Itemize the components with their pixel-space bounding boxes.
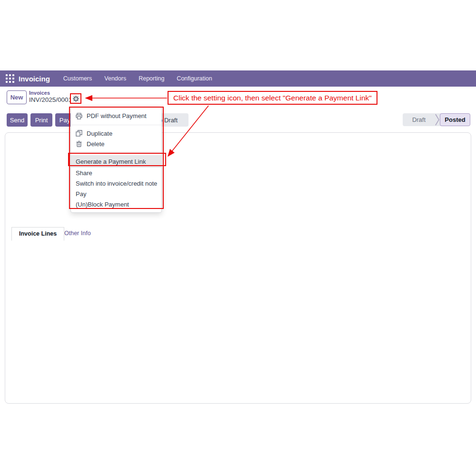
tab-invoice-lines[interactable]: Invoice Lines: [11, 227, 64, 241]
menu-item-unblock-payment[interactable]: (Un)Block Payment: [71, 199, 161, 209]
menu-divider: [71, 125, 161, 125]
nav-item-configuration[interactable]: Configuration: [177, 75, 212, 82]
status-step-posted[interactable]: Posted: [440, 113, 470, 126]
top-navbar: Invoicing Customers Vendors Reporting Co…: [0, 70, 476, 87]
nav-item-vendors[interactable]: Vendors: [104, 75, 126, 82]
apps-grid-icon[interactable]: [6, 74, 14, 83]
app-title[interactable]: Invoicing: [19, 75, 50, 83]
menu-item-switch-invoice-credit-note[interactable]: Switch into invoice/credit note: [71, 178, 161, 188]
new-button[interactable]: New: [7, 90, 27, 104]
trash-icon: [76, 140, 82, 147]
nav-item-reporting[interactable]: Reporting: [139, 75, 164, 82]
menu-item-delete[interactable]: Delete: [71, 139, 161, 149]
menu-item-share[interactable]: Share: [71, 168, 161, 178]
menu-item-duplicate[interactable]: Duplicate: [71, 128, 161, 139]
screen: Invoicing Customers Vendors Reporting Co…: [0, 0, 476, 476]
breadcrumb-parent[interactable]: Invoices: [29, 90, 50, 96]
menu-item-generate-payment-link[interactable]: Generate a Payment Link: [71, 155, 161, 168]
nav-item-customers[interactable]: Customers: [63, 75, 92, 82]
copy-icon: [76, 130, 82, 137]
send-button[interactable]: Send: [7, 113, 28, 127]
tab-other-info[interactable]: Other Info: [64, 230, 91, 237]
menu-item-pdf-without-payment[interactable]: PDF without Payment: [71, 110, 161, 122]
settings-gear-icon[interactable]: [70, 93, 81, 104]
print-button[interactable]: Print: [30, 113, 52, 127]
menu-item-pay[interactable]: Pay: [71, 188, 161, 199]
printer-icon: [76, 113, 82, 119]
annotation-callout: Click the setting icon, then select "Gen…: [168, 91, 377, 105]
statusbar: Draft Posted: [403, 113, 470, 126]
settings-dropdown-menu: PDF without Payment Duplicate: [70, 107, 162, 213]
breadcrumb-current: INV/2025/00014: [29, 96, 76, 103]
menu-divider: [71, 152, 161, 152]
status-step-draft[interactable]: Draft: [403, 116, 435, 123]
status-chevron-icon: [435, 113, 440, 126]
